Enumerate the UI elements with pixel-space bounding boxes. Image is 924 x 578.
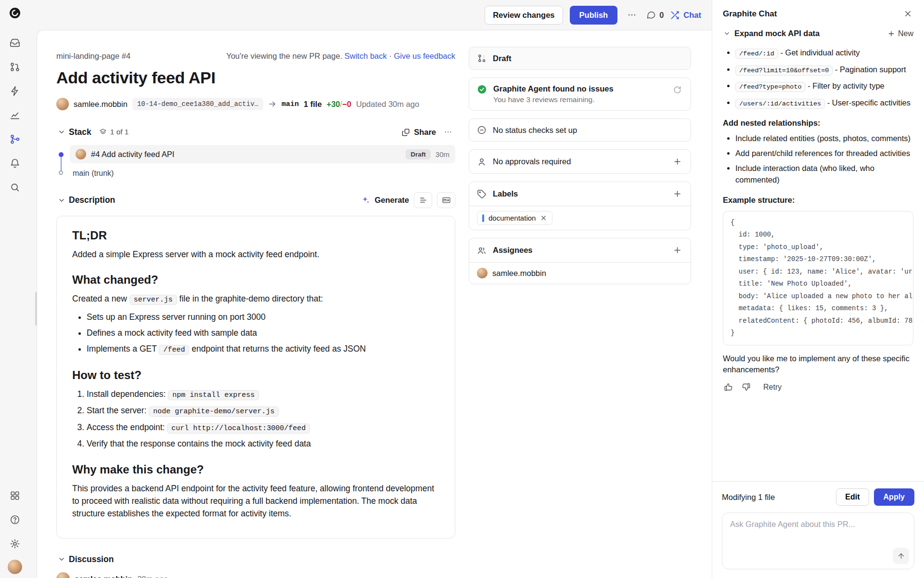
inline-code: server.js: [129, 295, 177, 305]
top-action-bar: Review changes Publish 0 Chat: [30, 0, 712, 30]
generate-button[interactable]: Generate: [361, 196, 409, 205]
help-icon[interactable]: [5, 510, 25, 530]
stack-commit-dot: [59, 152, 64, 157]
comment-bubble-icon: [646, 10, 656, 20]
tldr-heading: TL;DR: [72, 229, 439, 242]
chat-panel-title: Graphite Chat: [723, 9, 777, 19]
comments-button[interactable]: 0: [646, 10, 664, 20]
agent-reviews-remaining: You have 3 reviews remaining.: [493, 95, 614, 104]
person-icon: [477, 157, 487, 167]
label-chip-documentation[interactable]: documentation: [477, 211, 552, 225]
comment-meta-row: samlee.mobbin 30m ago: [56, 572, 455, 578]
trunk-circle: [59, 171, 63, 175]
discussion-collapse-chevron-icon[interactable]: [56, 554, 67, 565]
arrow-right-icon: [268, 100, 277, 108]
close-chat-icon[interactable]: [902, 8, 913, 19]
labels-box: Labels documentation: [469, 182, 691, 230]
what-changed-heading: What changed?: [72, 273, 439, 287]
publish-button[interactable]: Publish: [570, 6, 618, 25]
list-item: /feed?limit=10&offset=0 - Pagination sup…: [735, 63, 913, 76]
draft-status-box: Draft: [469, 47, 691, 70]
insights-icon[interactable]: [5, 105, 25, 125]
example-structure-heading: Example structure:: [723, 195, 913, 206]
chat-input[interactable]: [722, 513, 914, 569]
agent-review-box: Graphite Agent found no issues You have …: [469, 78, 691, 111]
pull-request-icon[interactable]: [5, 57, 25, 77]
trunk-branch[interactable]: main (trunk): [70, 169, 455, 178]
nested-relationships-list: Include related entities (posts, photos,…: [723, 133, 913, 186]
apps-grid-icon[interactable]: [5, 486, 25, 506]
stack-item-title: #4 Add activity feed API: [91, 150, 174, 159]
branch-chip[interactable]: 10-14-demo_cee1a380_add_activ…: [132, 98, 263, 110]
inline-code: node graphite-demo/server.js: [149, 407, 279, 417]
approvals-box: No approvals required: [469, 149, 691, 174]
send-message-button[interactable]: [893, 548, 909, 564]
status-checks-box: No status checks set up: [469, 118, 691, 142]
switch-back-link[interactable]: Switch back: [345, 52, 387, 60]
inbox-icon[interactable]: [5, 33, 25, 53]
chat-icon: [670, 11, 680, 20]
inline-code: /feed: [159, 345, 189, 355]
stack-count-value: 1 of 1: [110, 128, 129, 136]
stack-item[interactable]: #4 Add activity feed API Draft 30m: [70, 145, 455, 163]
expand-mock-api-label[interactable]: Expand mock API data: [734, 28, 820, 39]
more-options-button[interactable]: [624, 7, 640, 23]
list-item: /users/:id/activities - User-specific ac…: [735, 96, 913, 109]
new-chat-label: New: [898, 29, 913, 38]
endpoint-code: /feed/:id: [735, 49, 778, 59]
thumbs-down-icon[interactable]: [741, 381, 752, 393]
deletions: −0: [342, 100, 351, 108]
remove-label-icon[interactable]: [540, 214, 547, 222]
rerun-agent-icon[interactable]: [672, 84, 683, 95]
rich-text-view-button[interactable]: [414, 192, 432, 208]
share-button[interactable]: Share: [402, 128, 436, 137]
notifications-icon[interactable]: [5, 153, 25, 173]
profile-avatar[interactable]: [8, 560, 22, 574]
markdown-view-button[interactable]: [437, 192, 455, 208]
nested-relationships-heading: Add nested relationships:: [723, 118, 913, 129]
what-changed-text: Created a new server.js file in the grap…: [72, 292, 439, 306]
people-icon: [477, 246, 487, 255]
agent-result-title: Graphite Agent found no issues: [493, 84, 614, 93]
review-changes-button[interactable]: Review changes: [485, 6, 563, 25]
assignees-box: Assignees samlee.mobbin: [469, 238, 691, 284]
chat-toggle-button[interactable]: Chat: [670, 11, 701, 20]
modifying-files-label: Modifying 1 file: [722, 493, 775, 502]
feedback-row: Retry: [723, 381, 913, 393]
stack-title: Stack: [69, 127, 91, 137]
feedback-link[interactable]: Give us feedback: [394, 52, 456, 60]
automations-icon[interactable]: [5, 81, 25, 101]
stack-more-button[interactable]: [441, 125, 455, 139]
edit-button[interactable]: Edit: [836, 488, 869, 506]
endpoint-list: /feed/:id - Get individual activity /fee…: [723, 46, 913, 109]
comment-time: 30m ago: [137, 575, 168, 578]
inline-code: curl http://localhost:3000/feed: [167, 423, 310, 434]
retry-button[interactable]: Retry: [763, 383, 782, 392]
draft-status-label: Draft: [493, 54, 512, 63]
stack-collapse-chevron-icon[interactable]: [56, 127, 67, 137]
settings-gear-icon[interactable]: [5, 534, 25, 554]
search-icon[interactable]: [5, 177, 25, 197]
list-item: Verify that the response contains the mo…: [87, 437, 439, 450]
share-label: Share: [414, 128, 436, 137]
new-chat-button[interactable]: New: [887, 29, 913, 38]
files-changed[interactable]: 1 file: [304, 100, 322, 109]
comment-author: samlee.mobbin: [75, 575, 132, 578]
graphite-chat-panel: Graphite Chat Expand mock API data New /…: [712, 0, 924, 578]
graphite-logo[interactable]: [8, 6, 22, 20]
why-text: This provides a backend API endpoint for…: [72, 482, 439, 520]
description-body: TL;DR Added a simple Express server with…: [56, 216, 455, 539]
apply-button[interactable]: Apply: [874, 488, 914, 506]
list-item: Access the endpoint: curl http://localho…: [87, 421, 439, 434]
scrollbar-thumb[interactable]: [35, 292, 37, 326]
add-assignee-button[interactable]: [672, 245, 683, 256]
add-reviewer-button[interactable]: [672, 156, 683, 167]
add-label-button[interactable]: [672, 188, 683, 199]
merge-icon[interactable]: [5, 129, 25, 149]
thumbs-up-icon[interactable]: [723, 381, 734, 393]
target-branch[interactable]: main: [282, 100, 299, 108]
tag-icon: [477, 189, 487, 199]
expand-chevron-icon[interactable]: [723, 29, 731, 38]
assignee-row[interactable]: samlee.mobbin: [469, 263, 691, 284]
description-collapse-chevron-icon[interactable]: [56, 195, 67, 206]
